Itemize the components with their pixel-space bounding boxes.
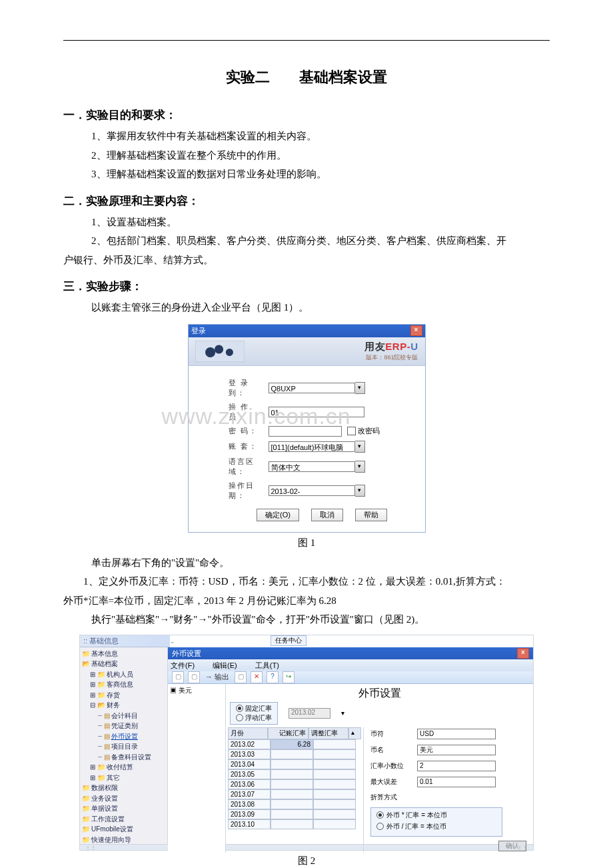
tree-node[interactable]: ⊞ 📁其它 bbox=[82, 773, 165, 783]
dropdown-icon[interactable]: ▾ bbox=[355, 461, 365, 473]
tree-node[interactable]: ┈ ▤凭证类别 bbox=[82, 721, 165, 731]
table-row[interactable]: 2013.04 bbox=[228, 759, 361, 769]
section-1-heading: 一．实验目的和要求： bbox=[63, 107, 550, 123]
ok-button[interactable]: 确定(O) bbox=[257, 509, 299, 521]
symbol-input[interactable]: USD bbox=[417, 729, 496, 739]
help-button[interactable]: 帮助 bbox=[355, 509, 387, 521]
exit-icon[interactable]: ↪ bbox=[283, 671, 295, 683]
table-row[interactable]: 2013.06 bbox=[228, 779, 361, 789]
menu-file[interactable]: 文件(F) bbox=[171, 661, 203, 669]
tree-node[interactable]: ⊞ 📁机构人员 bbox=[82, 669, 165, 680]
menu-tool[interactable]: 工具(T) bbox=[255, 661, 287, 669]
conv-opt-2: 外币 / 汇率 = 本位币 bbox=[386, 822, 446, 831]
section-2-heading: 二．实验原理和主要内容： bbox=[63, 193, 550, 209]
close-icon[interactable]: × bbox=[517, 648, 529, 659]
login-dialog: 登录 × 用友ERP-U 版本：861院校专版 登 录 到： Q8UXP ▾ 操… bbox=[188, 324, 426, 533]
menu-bar[interactable]: 文件(F) 编辑(E) 工具(T) bbox=[168, 659, 533, 671]
table-row[interactable]: 2013.09 bbox=[228, 809, 361, 819]
sec1-item-1: 1、掌握用友软件中有关基础档案设置的相关内容。 bbox=[91, 127, 550, 146]
lang-select[interactable]: 简体中文 bbox=[269, 461, 355, 472]
toolbar-icon[interactable]: ▢ bbox=[172, 671, 184, 683]
decimal-label: 汇率小数位 bbox=[370, 761, 417, 771]
dropdown-icon[interactable]: ▾ bbox=[355, 382, 365, 394]
table-row[interactable]: 2013.08 bbox=[228, 799, 361, 809]
tree-node[interactable]: ⊞ 📁存货 bbox=[82, 690, 165, 701]
month-select[interactable]: 2013.02 bbox=[289, 708, 330, 719]
radio-fixed[interactable] bbox=[236, 705, 243, 712]
decimal-input[interactable]: 2 bbox=[417, 761, 496, 771]
sec1-item-3: 3、理解基础档案设置的数据对日常业务处理的影响。 bbox=[91, 165, 550, 184]
conversion-label: 折算方式 bbox=[370, 793, 417, 802]
tree-node[interactable]: ┈ ▤备查科目设置 bbox=[82, 752, 165, 763]
tree-node[interactable]: 📁单据设置 bbox=[82, 803, 165, 814]
step-1a: 1、定义外币及汇率：币符：USD，币名：美元，汇率小数位：2 位，最大误差：0.… bbox=[63, 572, 550, 591]
delete-icon[interactable]: ✕ bbox=[251, 671, 263, 683]
server-input[interactable]: Q8UXP bbox=[269, 383, 355, 393]
figure-1-caption: 图 1 bbox=[63, 537, 550, 549]
menu-edit[interactable]: 编辑(E) bbox=[213, 661, 245, 669]
table-row[interactable]: 2013.05 bbox=[228, 769, 361, 779]
radio-conv-2[interactable] bbox=[376, 823, 384, 830]
radio-float[interactable] bbox=[236, 714, 243, 721]
error-input[interactable]: 0.01 bbox=[417, 777, 496, 787]
page-title: 实验二 基础档案设置 bbox=[63, 67, 550, 87]
nav-tree[interactable]: 📁基本信息📂基础档案⊞ 📁机构人员⊞ 📁客商信息⊞ 📁存货⊟ 📂财务┈ ▤会计科… bbox=[80, 647, 168, 844]
export-button[interactable]: → 输出 bbox=[204, 672, 231, 682]
tree-node[interactable]: 📁快速使用向导 bbox=[82, 835, 165, 844]
tree-node[interactable]: ┈ ▤项目目录 bbox=[82, 741, 165, 752]
tree-node[interactable]: ┈ ▤会计科目 bbox=[82, 711, 165, 721]
currency-item[interactable]: ▣ 美元 bbox=[170, 686, 223, 695]
close-icon[interactable]: × bbox=[410, 325, 422, 336]
collapse-icon[interactable]: ⌄ bbox=[170, 637, 175, 644]
tree-node[interactable]: 📂基础档案 bbox=[82, 659, 165, 669]
radio-fixed-label: 固定汇率 bbox=[245, 704, 272, 713]
dropdown-icon[interactable]: ▾ bbox=[341, 709, 344, 717]
tree-node[interactable]: 📁UFmobile设置 bbox=[82, 824, 165, 835]
toolbar-icon[interactable]: ▢ bbox=[235, 671, 247, 683]
tree-node[interactable]: ⊞ 📁客商信息 bbox=[82, 679, 165, 690]
step-1b: 外币*汇率=本位币，固定汇率，2013 年 2 月份记账汇率为 6.28 bbox=[63, 591, 550, 611]
help-icon[interactable]: ? bbox=[267, 671, 279, 683]
tree-node[interactable]: 📁业务设置 bbox=[82, 793, 165, 804]
module-title: 外币设置 bbox=[172, 647, 201, 659]
tree-node[interactable]: 📁数据权限 bbox=[82, 783, 165, 793]
brand-block: 用友ERP-U 版本：861院校专版 bbox=[364, 341, 418, 362]
world-map-icon bbox=[195, 341, 245, 362]
tree-node[interactable]: ⊞ 📁收付结算 bbox=[82, 762, 165, 773]
cancel-button[interactable]: 取消 bbox=[311, 509, 343, 521]
brand-erp: ERP- bbox=[385, 341, 410, 352]
toolbar-icon[interactable]: ▢ bbox=[188, 671, 200, 683]
change-password-checkbox[interactable] bbox=[347, 427, 356, 435]
currency-window: :: 基础信息 ⌄ 任务中心 📁基本信息📂基础档案⊞ 📁机构人员⊞ 📁客商信息⊞… bbox=[79, 635, 534, 851]
tree-node[interactable]: 📁基本信息 bbox=[82, 649, 165, 659]
password-label: 密 码： bbox=[229, 426, 269, 436]
date-label: 操作日期： bbox=[229, 481, 269, 501]
sec2-line-1: 1、设置基础档案。 bbox=[91, 213, 550, 232]
account-select[interactable]: [011](default)环球电脑 bbox=[269, 441, 355, 452]
table-row[interactable]: 2013.10 bbox=[228, 819, 361, 829]
tree-node[interactable]: ⊟ 📂财务 bbox=[82, 700, 165, 711]
col-adjust-rate: 调整汇率 bbox=[308, 727, 348, 739]
operator-input[interactable]: 01 bbox=[269, 407, 364, 417]
dropdown-icon[interactable]: ▾ bbox=[355, 485, 365, 497]
password-input[interactable] bbox=[269, 426, 342, 437]
scroll-up-icon[interactable]: ▴ bbox=[348, 727, 361, 739]
sec3-intro: 以账套主管张三的身份进入企业平台（见图 1）。 bbox=[91, 298, 550, 317]
tree-node[interactable]: ┈ ▤外币设置 bbox=[82, 731, 165, 742]
after-fig1: 单击屏幕右下角的"设置"命令。 bbox=[63, 553, 550, 573]
section-3-heading: 三．实验步骤： bbox=[63, 279, 550, 294]
version-text: 版本：861院校专版 bbox=[364, 353, 418, 362]
table-row[interactable]: 2013.03 bbox=[228, 749, 361, 759]
panel-title: 外币设置 bbox=[226, 684, 533, 702]
tree-node[interactable]: 📁工作流设置 bbox=[82, 814, 165, 825]
dropdown-icon[interactable]: ▾ bbox=[355, 441, 365, 453]
radio-conv-1[interactable] bbox=[376, 811, 384, 819]
table-row[interactable]: 2013.07 bbox=[228, 789, 361, 799]
conversion-group: 外币 * 汇率 = 本位币 外币 / 汇率 = 本位币 bbox=[370, 807, 502, 837]
rate-type-group: 固定汇率 浮动汇率 bbox=[230, 702, 278, 725]
currency-list[interactable]: ▣ 美元 bbox=[168, 684, 226, 853]
task-tab[interactable]: 任务中心 bbox=[271, 635, 306, 646]
name-input[interactable]: 美元 bbox=[417, 745, 496, 755]
date-input[interactable]: 2013-02- bbox=[269, 485, 355, 496]
table-row[interactable]: 2013.026.28 bbox=[228, 739, 361, 749]
